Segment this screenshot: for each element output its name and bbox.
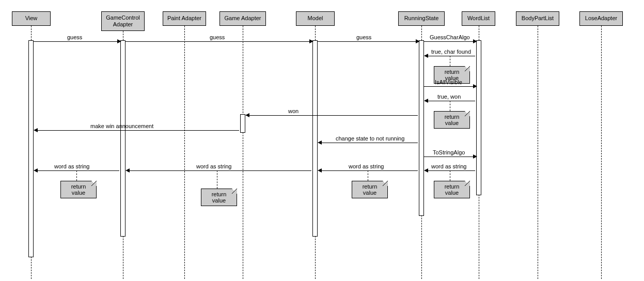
label-tostringalgo: ToStringAlgo (433, 149, 465, 155)
label-isallvisible: IsAllVisible (435, 79, 462, 85)
arrow-wordasstring-4 (35, 170, 119, 171)
participant-model: Model (296, 11, 335, 26)
lifeline-paint (184, 26, 185, 279)
arrow-guesscharalgo (424, 41, 475, 42)
participant-label: Paint Adapter (167, 15, 201, 22)
note-label: return value (71, 183, 86, 196)
participant-label: View (25, 15, 38, 22)
dash (450, 170, 450, 181)
lifeline-lose (601, 26, 602, 279)
label-won: won (288, 108, 299, 114)
label-makewin: make win announcement (90, 123, 153, 129)
activation-game (240, 114, 245, 133)
arrowhead (424, 168, 428, 173)
participant-label: WordList (467, 15, 490, 22)
participant-paint: Paint Adapter (163, 11, 206, 26)
activation-view (28, 40, 34, 257)
dash (217, 170, 217, 189)
note-label: return value (445, 183, 460, 196)
note-label: return value (445, 114, 460, 126)
arrowhead (34, 128, 38, 132)
participant-game: Game Adapter (219, 11, 266, 26)
arrowhead (245, 113, 249, 117)
arrow-tostringalgo (424, 157, 475, 157)
note-label: return value (212, 191, 227, 204)
participant-label: LoseAdapter (585, 15, 617, 22)
participant-label: GameControl Adapter (104, 14, 142, 28)
arrow-wordasstring-3 (127, 170, 311, 171)
participant-gamecontrol: GameControl Adapter (101, 11, 145, 31)
label-guess-1: guess (67, 34, 82, 40)
arrowhead (424, 54, 428, 58)
activation-wordlist (476, 40, 481, 195)
participant-label: BodyPartList (522, 15, 554, 22)
arrow-makewin (35, 130, 239, 131)
participant-wordlist: WordList (462, 11, 495, 26)
participant-lose: LoseAdapter (579, 11, 623, 26)
note-returnvalue-3: return value (434, 181, 470, 198)
lifeline-game (243, 26, 243, 279)
note-label: return value (363, 183, 378, 196)
participant-view: View (12, 11, 51, 26)
arrow-isallvisible (424, 86, 475, 87)
participant-bodypart: BodyPartList (516, 11, 559, 26)
dash (368, 170, 368, 181)
note-returnvalue-4: return value (352, 181, 388, 198)
arrowhead (473, 154, 477, 159)
arrow-won (246, 115, 418, 116)
label-truewon: true, won (437, 93, 461, 100)
activation-running (419, 40, 424, 216)
participant-label: Model (308, 15, 323, 22)
participant-label: Game Adapter (225, 15, 261, 22)
label-guess-2: guess (210, 34, 225, 40)
participant-running: RunningState (398, 11, 445, 26)
label-truecharfound: true, char found (431, 49, 471, 55)
label-wordasstring-2: word as string (349, 163, 384, 169)
label-guesscharalgo: GuessCharAlgo (430, 34, 470, 40)
arrowhead (117, 39, 121, 43)
arrow-guess-3 (318, 41, 418, 42)
arrowhead (473, 84, 477, 88)
arrowhead (416, 39, 420, 43)
arrowhead (309, 39, 313, 43)
activation-model (312, 40, 318, 237)
lifeline-bodypart (538, 26, 538, 279)
note-returnvalue-2: return value (434, 111, 470, 129)
dash (450, 56, 450, 66)
label-wordasstring-1: word as string (431, 163, 466, 169)
arrow-changestate (319, 143, 418, 143)
label-changestate: change state to not running (336, 135, 404, 142)
note-returnvalue-6: return value (60, 181, 97, 198)
dash (76, 170, 77, 181)
dash (450, 101, 450, 111)
arrow-guess-1 (34, 41, 119, 42)
note-returnvalue-5: return value (201, 189, 237, 206)
participant-label: RunningState (404, 15, 439, 22)
arrowhead (473, 39, 477, 43)
arrow-guess-2 (125, 41, 311, 42)
label-wordasstring-3: word as string (196, 163, 231, 169)
arrowhead (318, 140, 322, 145)
label-wordasstring-4: word as string (54, 163, 89, 169)
activation-gamecontrol (120, 40, 125, 237)
arrowhead (318, 168, 322, 173)
arrow-wordasstring-2 (319, 170, 418, 171)
arrowhead (34, 168, 38, 173)
arrowhead (424, 99, 428, 103)
label-guess-3: guess (356, 34, 371, 40)
arrowhead (125, 168, 130, 173)
